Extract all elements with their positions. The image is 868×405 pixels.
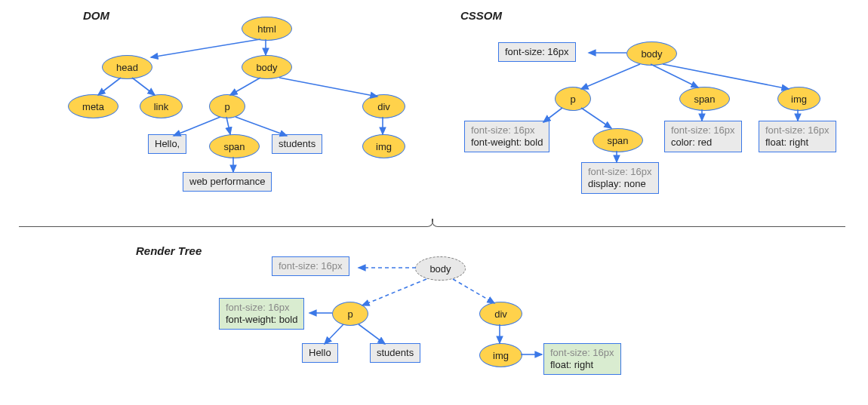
dom-node-html: html bbox=[242, 17, 292, 41]
css-line: font-size: 16px bbox=[765, 124, 830, 136]
svg-line-3 bbox=[132, 78, 155, 95]
render-node-img: img bbox=[479, 343, 522, 367]
render-doc-p: font-size: 16px font-weight: bold bbox=[219, 298, 304, 330]
css-line: font-weight: bold bbox=[471, 137, 543, 148]
css-line: font-size: 16px bbox=[226, 302, 290, 313]
dom-node-p: p bbox=[209, 94, 245, 118]
svg-line-0 bbox=[151, 39, 260, 57]
svg-line-4 bbox=[230, 78, 260, 95]
dom-node-img: img bbox=[362, 134, 405, 158]
cssom-node-body: body bbox=[626, 41, 677, 66]
css-line: display: none bbox=[588, 178, 646, 189]
svg-line-13 bbox=[651, 64, 698, 87]
dom-node-div: div bbox=[362, 94, 405, 118]
cssom-doc-body: font-size: 16px bbox=[498, 42, 576, 62]
cssom-doc-p: font-size: 16px font-weight: bold bbox=[464, 121, 549, 152]
dom-node-span: span bbox=[209, 134, 260, 158]
cssom-doc-img: font-size: 16px float: right bbox=[759, 121, 836, 152]
css-line: font-size: 16px bbox=[588, 166, 652, 177]
css-line: font-size: 16px bbox=[505, 46, 569, 57]
title-render: Render Tree bbox=[136, 244, 202, 257]
dom-node-link: link bbox=[140, 94, 183, 118]
render-text-students: students bbox=[370, 343, 420, 363]
dom-text-webperf: web performance bbox=[183, 172, 272, 192]
css-line: float: right bbox=[550, 359, 593, 370]
svg-line-8 bbox=[235, 117, 287, 136]
cssom-doc-span2: font-size: 16px display: none bbox=[581, 162, 659, 194]
brace-icon bbox=[19, 219, 845, 229]
render-node-p: p bbox=[332, 302, 368, 326]
render-text-hello: Hello bbox=[302, 343, 338, 363]
dom-node-meta: meta bbox=[68, 94, 119, 118]
svg-line-16 bbox=[581, 108, 611, 128]
svg-line-6 bbox=[174, 117, 220, 136]
svg-line-14 bbox=[663, 64, 789, 89]
cssom-node-span: span bbox=[679, 87, 730, 111]
svg-line-22 bbox=[453, 279, 494, 303]
svg-line-2 bbox=[98, 78, 121, 95]
dom-text-students: students bbox=[272, 134, 322, 154]
svg-line-5 bbox=[279, 78, 377, 97]
dom-node-head: head bbox=[102, 55, 152, 79]
svg-line-25 bbox=[359, 324, 385, 344]
css-line: font-size: 16px bbox=[550, 347, 614, 358]
css-line: font-size: 16px bbox=[471, 124, 535, 136]
css-line: float: right bbox=[765, 137, 808, 148]
render-doc-body: font-size: 16px bbox=[272, 256, 349, 276]
dom-text-hello: Hello, bbox=[148, 134, 186, 154]
css-line: color: red bbox=[671, 137, 712, 148]
render-doc-img: font-size: 16px float: right bbox=[543, 343, 621, 375]
svg-line-12 bbox=[581, 64, 640, 89]
render-node-div: div bbox=[479, 302, 522, 326]
css-line: font-weight: bold bbox=[226, 314, 297, 325]
dom-node-body: body bbox=[242, 55, 292, 79]
title-cssom: CSSOM bbox=[460, 9, 502, 22]
svg-line-21 bbox=[362, 279, 426, 305]
diagram-canvas: { "titles":{"dom":"DOM","cssom":"CSSOM",… bbox=[0, 0, 868, 405]
cssom-node-img: img bbox=[777, 87, 820, 111]
title-dom: DOM bbox=[83, 9, 109, 22]
cssom-node-span2: span bbox=[593, 128, 643, 152]
cssom-doc-span: font-size: 16px color: red bbox=[664, 121, 742, 152]
render-node-body: body bbox=[415, 256, 466, 281]
svg-line-24 bbox=[325, 324, 343, 344]
css-line: font-size: 16px bbox=[279, 260, 343, 272]
css-line: font-size: 16px bbox=[671, 124, 735, 136]
svg-line-7 bbox=[226, 117, 230, 134]
cssom-node-p: p bbox=[555, 87, 591, 111]
